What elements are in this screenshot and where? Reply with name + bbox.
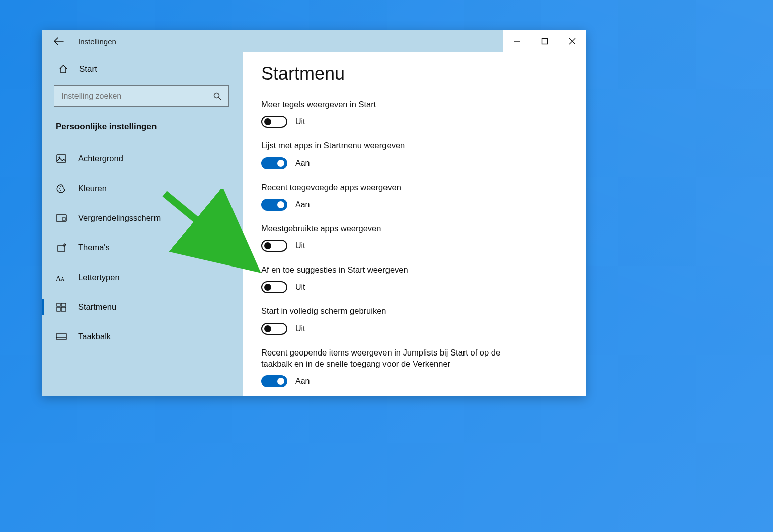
svg-rect-17 (57, 307, 60, 311)
setting-label: Meer tegels weergeven in Start (261, 99, 533, 110)
svg-point-9 (60, 190, 61, 191)
toggle-state-label: Uit (295, 283, 305, 292)
setting-label: Lijst met apps in Startmenu weergeven (261, 140, 533, 151)
minimize-button[interactable] (503, 30, 530, 52)
setting-1: Lijst met apps in Startmenu weergevenAan (261, 140, 566, 169)
window-title: Instellingen (78, 37, 116, 46)
page-title: Startmenu (261, 63, 566, 84)
setting-label: Recent geopende items weergeven in Jumpl… (261, 347, 533, 370)
search-input[interactable] (61, 92, 213, 101)
sidebar-item-label: Lettertypen (78, 273, 120, 282)
toggle-state-label: Aan (295, 200, 310, 209)
toggle-state-label: Aan (295, 377, 310, 386)
setting-2: Recent toegevoegde apps weergevenAan (261, 182, 566, 211)
toggle-switch[interactable] (261, 157, 287, 169)
toggle-switch[interactable] (261, 240, 287, 252)
toggle-switch[interactable] (261, 199, 287, 211)
home-button[interactable]: Start (42, 59, 235, 83)
fonts-icon: AA (56, 273, 67, 282)
lockscreen-icon (56, 214, 67, 222)
sidebar-item-label: Vergrendelingsscherm (78, 213, 161, 223)
svg-point-8 (62, 186, 63, 187)
sidebar-item-label: Startmenu (78, 302, 116, 312)
toggle-switch[interactable] (261, 375, 287, 387)
setting-6: Recent geopende items weergeven in Jumpl… (261, 347, 566, 388)
palette-icon (56, 184, 67, 194)
svg-point-2 (214, 93, 219, 98)
content-area: Startmenu Meer tegels weergeven in Start… (243, 52, 586, 396)
toggle-state-label: Uit (295, 241, 305, 250)
sidebar-item-achtergrond[interactable]: Achtergrond (42, 144, 235, 173)
svg-rect-19 (56, 334, 66, 339)
svg-rect-18 (61, 307, 66, 311)
setting-0: Meer tegels weergeven in StartUit (261, 99, 566, 128)
toggle-state-label: Aan (295, 159, 310, 168)
taskbar-icon (56, 333, 67, 340)
toggle-switch[interactable] (261, 116, 287, 128)
sidebar-item-label: Thema's (78, 243, 110, 252)
svg-point-5 (58, 156, 60, 158)
home-label: Start (79, 64, 97, 74)
setting-label: Af en toe suggesties in Start weergeven (261, 264, 533, 275)
back-button[interactable] (54, 37, 64, 45)
search-icon (213, 92, 221, 100)
sidebar-item-label: Achtergrond (78, 154, 123, 163)
toggle-switch[interactable] (261, 281, 287, 293)
svg-rect-1 (542, 39, 547, 44)
sidebar-item-lettertypen[interactable]: AALettertypen (42, 262, 235, 292)
svg-rect-16 (61, 303, 66, 306)
toggle-state-label: Uit (295, 117, 305, 126)
search-box[interactable] (54, 85, 229, 107)
setting-label: Meestgebruikte apps weergeven (261, 223, 533, 234)
picture-icon (56, 154, 67, 163)
sidebar-item-label: Kleuren (78, 184, 107, 193)
svg-text:A: A (61, 276, 65, 282)
sidebar-item-vergrendelingsscherm[interactable]: Vergrendelingsscherm (42, 203, 235, 233)
sidebar-item-startmenu[interactable]: Startmenu (42, 292, 235, 322)
svg-rect-15 (57, 303, 60, 306)
sidebar-item-kleuren[interactable]: Kleuren (42, 173, 235, 203)
sidebar: Start Persoonlijke instellingen Achtergr… (42, 52, 243, 396)
sidebar-item-taakbalk[interactable]: Taakbalk (42, 322, 235, 351)
setting-label: Start in volledig scherm gebruiken (261, 305, 533, 316)
home-icon (58, 64, 69, 74)
start-icon (56, 303, 67, 312)
sidebar-item-thema-s[interactable]: Thema's (42, 233, 235, 262)
setting-4: Af en toe suggesties in Start weergevenU… (261, 264, 566, 293)
setting-3: Meestgebruikte apps weergevenUit (261, 223, 566, 252)
svg-rect-4 (57, 155, 66, 162)
close-button[interactable] (558, 30, 586, 52)
svg-point-7 (60, 186, 61, 187)
sidebar-item-label: Taakbalk (78, 332, 111, 341)
settings-window: Instellingen Start (42, 30, 586, 396)
themes-icon (56, 243, 67, 253)
svg-point-6 (59, 188, 60, 189)
toggle-state-label: Uit (295, 324, 305, 333)
setting-label: Recent toegevoegde apps weergeven (261, 182, 533, 193)
svg-line-3 (218, 97, 221, 100)
setting-5: Start in volledig scherm gebruikenUit (261, 305, 566, 334)
titlebar: Instellingen (42, 30, 586, 52)
maximize-button[interactable] (530, 30, 558, 52)
svg-rect-11 (62, 218, 65, 220)
sidebar-category: Persoonlijke instellingen (42, 116, 235, 144)
toggle-switch[interactable] (261, 323, 287, 335)
